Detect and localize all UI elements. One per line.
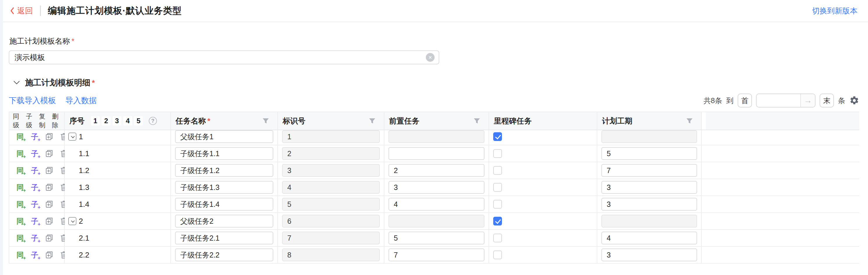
- add-sibling-icon[interactable]: 同+: [15, 148, 25, 159]
- task-name-input[interactable]: [175, 164, 273, 177]
- collapse-section-icon[interactable]: [13, 81, 20, 85]
- add-sibling-icon[interactable]: 同+: [15, 233, 25, 243]
- header-add-child: 子级: [26, 112, 38, 130]
- row-seq-cell: 2: [65, 213, 171, 230]
- copy-icon[interactable]: [44, 148, 54, 159]
- milestone-checkbox[interactable]: [493, 149, 502, 158]
- add-sibling-icon[interactable]: 同+: [15, 216, 25, 226]
- copy-icon[interactable]: [44, 216, 54, 226]
- filter-icon[interactable]: [262, 118, 269, 124]
- detail-section-header: 施工计划模板明细*: [9, 77, 859, 88]
- wbs-id-cell: [278, 129, 384, 145]
- predecessor-input[interactable]: [389, 248, 485, 261]
- table-row: 同+ 子+ 1.3: [9, 179, 859, 196]
- table-settings-gear-icon[interactable]: [849, 96, 859, 105]
- add-child-icon[interactable]: 子+: [30, 148, 40, 159]
- copy-icon[interactable]: [44, 250, 54, 260]
- task-name-input[interactable]: [175, 215, 273, 228]
- back-button[interactable]: 返回: [10, 5, 33, 16]
- milestone-checkbox[interactable]: [493, 234, 502, 242]
- predecessor-input[interactable]: [389, 198, 485, 211]
- add-sibling-icon[interactable]: 同+: [15, 182, 25, 192]
- add-sibling-icon[interactable]: 同+: [15, 250, 25, 260]
- import-data-link[interactable]: 导入数据: [65, 95, 97, 106]
- jump-go-arrow-icon[interactable]: →: [800, 94, 815, 107]
- table-row: 同+ 子+ 2.2: [9, 247, 859, 264]
- task-name-input[interactable]: [175, 198, 273, 211]
- add-sibling-icon[interactable]: 同+: [15, 199, 25, 209]
- task-name-input[interactable]: [175, 130, 273, 143]
- back-label: 返回: [17, 5, 33, 16]
- predecessor-input[interactable]: [389, 164, 485, 177]
- milestone-checkbox[interactable]: [493, 217, 502, 226]
- duration-input[interactable]: [601, 248, 697, 261]
- predecessor-input[interactable]: [389, 147, 485, 160]
- milestone-checkbox[interactable]: [493, 200, 502, 209]
- filter-icon[interactable]: [473, 118, 480, 124]
- predecessor-cell: [384, 179, 489, 196]
- clear-input-icon[interactable]: ✕: [426, 53, 435, 62]
- copy-icon[interactable]: [44, 166, 54, 175]
- column-header-task-name: 任务名称*: [171, 111, 278, 130]
- filter-icon[interactable]: [686, 118, 693, 124]
- page-left-gutter: [0, 0, 3, 275]
- seq-label: 2.2: [79, 250, 89, 260]
- copy-icon[interactable]: [44, 233, 54, 243]
- duration-input[interactable]: [601, 198, 697, 211]
- level-2-button[interactable]: 2: [102, 116, 111, 126]
- predecessor-input: [389, 130, 485, 143]
- add-child-icon[interactable]: 子+: [30, 132, 40, 142]
- download-import-template-link[interactable]: 下载导入模板: [9, 95, 56, 106]
- add-child-icon[interactable]: 子+: [30, 166, 40, 175]
- predecessor-input[interactable]: [389, 181, 485, 194]
- level-5-button[interactable]: 5: [134, 116, 143, 126]
- last-page-button[interactable]: 末: [819, 94, 834, 107]
- copy-icon[interactable]: [44, 182, 54, 192]
- table-row: 同+ 子+ 2.1: [9, 230, 859, 247]
- add-child-icon[interactable]: 子+: [30, 250, 40, 260]
- help-question-icon[interactable]: ?: [149, 117, 157, 125]
- milestone-checkbox[interactable]: [493, 132, 502, 141]
- level-4-button[interactable]: 4: [123, 116, 132, 126]
- collapse-toggle-icon[interactable]: [68, 217, 76, 225]
- add-sibling-icon[interactable]: 同+: [15, 132, 25, 142]
- task-name-input[interactable]: [175, 147, 273, 160]
- predecessor-cell: [384, 129, 489, 145]
- template-name-input[interactable]: [9, 50, 439, 64]
- wbs-id-input: [282, 130, 380, 143]
- add-sibling-icon[interactable]: 同+: [15, 166, 25, 175]
- required-mark: *: [71, 37, 74, 45]
- switch-to-new-version-link[interactable]: 切换到新版本: [812, 6, 858, 16]
- filter-icon[interactable]: [369, 118, 376, 124]
- duration-input[interactable]: [601, 181, 697, 194]
- task-name-input[interactable]: [175, 248, 273, 261]
- level-1-button[interactable]: 1: [91, 116, 100, 126]
- header-copy: 复制: [39, 112, 51, 130]
- duration-input[interactable]: [601, 232, 697, 244]
- column-header-actions: 同级 子级 复制 删除: [9, 111, 65, 130]
- task-name-cell: [171, 196, 278, 213]
- add-child-icon[interactable]: 子+: [30, 216, 40, 226]
- collapse-toggle-icon[interactable]: [68, 133, 76, 141]
- duration-input[interactable]: [601, 164, 697, 177]
- milestone-checkbox[interactable]: [493, 183, 502, 192]
- unit-label: 条: [838, 96, 845, 105]
- duration-cell: [597, 145, 702, 162]
- copy-icon[interactable]: [44, 132, 54, 142]
- copy-icon[interactable]: [44, 199, 54, 209]
- add-child-icon[interactable]: 子+: [30, 233, 40, 243]
- jump-row-input[interactable]: [756, 94, 800, 107]
- level-3-button[interactable]: 3: [113, 116, 121, 126]
- task-name-input[interactable]: [175, 232, 273, 244]
- add-child-icon[interactable]: 子+: [30, 182, 40, 192]
- predecessor-input[interactable]: [389, 232, 485, 244]
- predecessor-cell: [384, 247, 489, 264]
- milestone-checkbox[interactable]: [493, 166, 502, 175]
- task-name-input[interactable]: [175, 181, 273, 194]
- milestone-cell: [489, 230, 597, 247]
- first-page-button[interactable]: 首: [738, 94, 752, 107]
- jump-input-group: →: [756, 94, 815, 107]
- duration-input[interactable]: [601, 147, 697, 160]
- add-child-icon[interactable]: 子+: [30, 199, 40, 209]
- milestone-checkbox[interactable]: [493, 250, 502, 259]
